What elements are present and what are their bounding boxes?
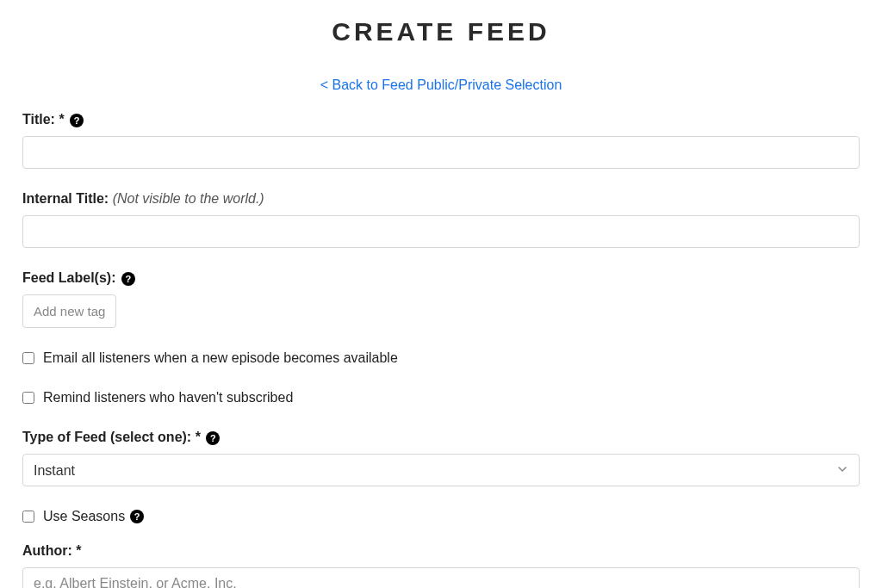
remind-listeners-label: Remind listeners who haven't subscribed (43, 390, 293, 405)
feed-type-label: Type of Feed (select one): * ? (22, 430, 860, 445)
help-icon[interactable]: ? (121, 272, 135, 286)
feed-labels-tag-input[interactable]: Add new tag (22, 294, 116, 328)
help-icon[interactable]: ? (130, 510, 144, 523)
author-label-text: Author: (22, 543, 72, 558)
back-link[interactable]: < Back to Feed Public/Private Selection (22, 77, 860, 93)
email-listeners-checkbox[interactable] (22, 352, 34, 364)
author-required: * (76, 543, 81, 558)
use-seasons-checkbox[interactable] (22, 511, 34, 523)
title-required: * (59, 112, 64, 127)
author-label: Author: * (22, 543, 860, 559)
help-icon[interactable]: ? (206, 431, 220, 445)
title-input[interactable] (22, 136, 860, 169)
feed-type-select[interactable]: Instant (22, 454, 860, 486)
remind-listeners-checkbox[interactable] (22, 392, 34, 404)
internal-title-label-text: Internal Title: (22, 191, 109, 206)
feed-type-required: * (196, 430, 201, 444)
feed-labels-label-text: Feed Label(s): (22, 270, 115, 285)
feed-type-label-text: Type of Feed (select one): (22, 430, 191, 444)
internal-title-input[interactable] (22, 215, 860, 248)
internal-title-label: Internal Title: (Not visible to the worl… (22, 191, 860, 207)
email-listeners-label: Email all listeners when a new episode b… (43, 350, 398, 366)
feed-labels-label: Feed Label(s): ? (22, 270, 860, 286)
use-seasons-label: Use Seasons (43, 509, 125, 524)
internal-title-subtext: (Not visible to the world.) (113, 191, 264, 206)
title-label-text: Title: (22, 112, 55, 127)
author-input[interactable] (22, 567, 860, 588)
page-title: CREATE FEED (22, 17, 860, 46)
help-icon[interactable]: ? (70, 114, 84, 127)
title-label: Title: * ? (22, 112, 860, 127)
